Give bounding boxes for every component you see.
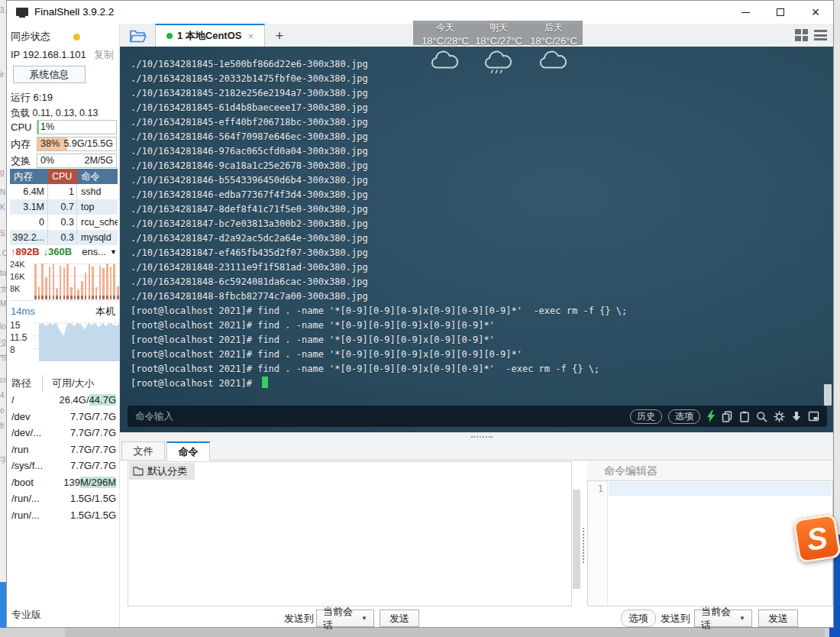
edge-fragment: 文	[0, 284, 6, 295]
disk-path: /dev/...	[11, 425, 70, 441]
net-bar-base	[81, 296, 83, 299]
disk-value: 7.7G/7.7G	[70, 458, 118, 474]
disk-path: /dev	[11, 409, 70, 425]
vertical-splitter-dots[interactable]	[583, 528, 584, 563]
terminal-line: ./10/1634281847-ef465fb435d2f07-300x380.…	[131, 246, 825, 260]
command-category-list[interactable]: 默认分类	[128, 461, 572, 606]
category-default[interactable]: 默认分类	[129, 463, 195, 480]
process-cmd: mysqld	[77, 230, 118, 245]
settings-gear-icon[interactable]	[774, 411, 785, 422]
terminal-line: ./10/1634281848-6c5924081da6cac-300x380.…	[131, 275, 825, 289]
net-bar-base	[70, 296, 73, 299]
download-arrow-icon[interactable]	[791, 411, 802, 422]
line-number: 1	[598, 483, 603, 494]
disk-row: /26.4G/44.7G	[11, 392, 118, 409]
weather-day: 后天18°C/26°C	[526, 21, 581, 74]
network-summary-row[interactable]: ↑892B ↓360B ens... ▼	[11, 245, 117, 259]
tab-local-centos[interactable]: 1 本地CentOS ×	[155, 24, 265, 47]
net-bar	[113, 264, 115, 299]
net-bar-base	[113, 296, 115, 299]
cpu-gauge: CPU 1%	[11, 120, 117, 134]
horizontal-splitter[interactable]	[120, 432, 833, 441]
disk-value: 7.7G/7.7G	[70, 425, 118, 441]
edge-fragment: 交	[0, 338, 6, 348]
terminal-window-icon[interactable]	[808, 411, 819, 422]
weather-day-name: 今天	[418, 21, 473, 34]
paste-icon[interactable]	[739, 411, 750, 422]
connected-status-dot	[166, 33, 173, 39]
weather-day: 明天18°C/27°C	[471, 21, 526, 74]
options-button-right[interactable]: 选项	[621, 610, 656, 627]
edge-fragment: 3.	[0, 6, 6, 15]
net-bar	[89, 264, 91, 299]
terminal-panel[interactable]: ./10/1634281845-1e500bf866d22e6-300x380.…	[120, 47, 833, 432]
edge-fragment: S	[0, 229, 5, 238]
terminal-scrollbar-thumb[interactable]	[824, 384, 832, 406]
chevron-down-icon[interactable]: ▼	[110, 245, 117, 259]
sync-status-label: 同步状态	[11, 31, 50, 42]
process-cpu: 0.3	[48, 215, 77, 230]
edge-fragment: K	[0, 203, 5, 212]
command-input-placeholder: 命令输入	[135, 410, 173, 423]
send-button-left[interactable]: 发送	[380, 610, 419, 627]
copy-ip-link[interactable]: 复制	[94, 48, 114, 62]
quick-command-icon[interactable]	[706, 410, 716, 422]
net-bar	[74, 267, 76, 299]
net-bar-base	[110, 296, 112, 299]
cloud-icon	[418, 51, 473, 74]
terminal-command-line: [root@localhost 2021]# find . -name '*[0…	[131, 318, 825, 333]
weather-widget[interactable]: 今天18°C/28°C 明天18°C/27°C 后天18°C/26°C	[413, 1, 583, 68]
net-bar-base	[63, 296, 66, 299]
session-select-left[interactable]: 当前会话▼	[316, 610, 374, 627]
terminal-cursor	[262, 377, 268, 388]
process-mem: 0	[10, 215, 48, 230]
copy-icon[interactable]	[722, 411, 733, 422]
network-chart-bars	[34, 260, 118, 299]
net-bar-base	[89, 296, 91, 299]
ip-label: IP 192.168.1.101	[11, 49, 86, 60]
net-bar-base	[53, 296, 55, 299]
terminal-line: ./10/1634281845-eff40bf206718bc-300x380.…	[131, 115, 825, 130]
send-button-right[interactable]: 发送	[758, 610, 798, 627]
close-button[interactable]: ×	[798, 1, 833, 24]
connection-manager-button[interactable]	[126, 26, 150, 46]
edge-fragment: fi	[0, 422, 4, 430]
net-bar	[34, 264, 37, 299]
close-icon: ×	[812, 5, 820, 19]
net-bar	[110, 267, 112, 299]
disk-value: 26.4G/44.7G	[60, 392, 118, 409]
list-scrollbar[interactable]	[572, 463, 581, 605]
uptime-label: 运行 6:19	[11, 91, 117, 105]
bottom-tab-files[interactable]: 文件	[121, 441, 165, 460]
layout-grid-icon[interactable]	[795, 29, 808, 41]
input-options-button[interactable]: 选项	[668, 409, 700, 424]
edge-fragment: g	[0, 168, 5, 176]
session-select-right[interactable]: 当前会话▼	[694, 610, 752, 627]
rain-cloud-icon	[471, 51, 526, 74]
new-tab-button[interactable]: +	[270, 27, 289, 45]
menu-icon[interactable]	[814, 29, 827, 41]
weather-day-name: 明天	[471, 21, 526, 34]
history-button[interactable]: 历史	[630, 409, 662, 424]
search-icon[interactable]	[756, 411, 767, 422]
tab-close-icon[interactable]: ×	[247, 31, 254, 42]
weather-day: 今天18°C/28°C	[418, 21, 473, 74]
memory-value: 5.9G/15.5G	[63, 137, 113, 150]
net-bar	[49, 267, 51, 299]
window-title: FinalShell 3.9.2.2	[34, 6, 114, 18]
command-input-bar[interactable]: 命令输入 历史 选项	[128, 406, 827, 427]
cloud-icon	[526, 51, 581, 74]
system-info-button[interactable]: 系统信息	[13, 66, 86, 83]
edge-fragment: 字	[0, 455, 6, 466]
disk-value: 7.7G/7.7G	[70, 409, 118, 425]
net-bar-base	[99, 296, 102, 299]
edge-fragment: lo	[0, 322, 6, 331]
category-label: 默认分类	[147, 464, 187, 478]
terminal-line: ./10/1634281847-8def8f41c71f5e0-300x380.…	[131, 202, 825, 217]
bottom-tab-commands[interactable]: 命令	[166, 441, 210, 461]
minimize-button[interactable]	[728, 1, 763, 24]
terminal-line: ./10/1634281846-976ac065cfd0a04-300x380.…	[131, 144, 825, 159]
maximize-button[interactable]	[763, 1, 798, 24]
disk-row: /dev/...7.7G/7.7G	[11, 425, 118, 441]
list-scrollbar-thumb[interactable]	[573, 490, 580, 589]
